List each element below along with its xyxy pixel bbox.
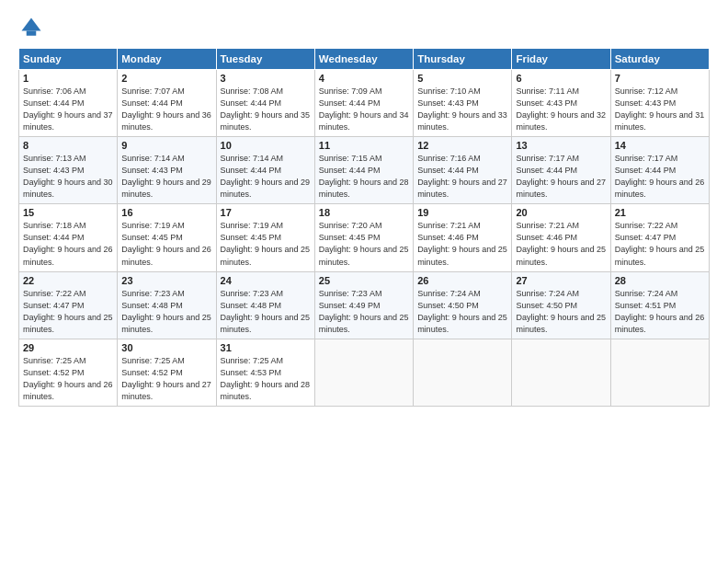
svg-marker-0	[22, 18, 41, 31]
day-info: Sunrise: 7:22 AMSunset: 4:47 PMDaylight:…	[23, 288, 113, 336]
calendar-cell: 7Sunrise: 7:12 AMSunset: 4:43 PMDaylight…	[610, 70, 709, 137]
day-info: Sunrise: 7:16 AMSunset: 4:44 PMDaylight:…	[417, 153, 507, 201]
day-info: Sunrise: 7:14 AMSunset: 4:44 PMDaylight:…	[221, 153, 311, 201]
day-info: Sunrise: 7:23 AMSunset: 4:48 PMDaylight:…	[221, 288, 311, 336]
col-header-saturday: Saturday	[610, 49, 709, 70]
day-info: Sunrise: 7:17 AMSunset: 4:44 PMDaylight:…	[615, 153, 705, 201]
day-info: Sunrise: 7:19 AMSunset: 4:45 PMDaylight:…	[221, 220, 311, 268]
calendar-cell: 21Sunrise: 7:22 AMSunset: 4:47 PMDayligh…	[610, 204, 709, 271]
day-number: 6	[516, 73, 606, 84]
day-number: 7	[615, 73, 705, 84]
day-info: Sunrise: 7:20 AMSunset: 4:45 PMDaylight:…	[319, 220, 409, 268]
day-info: Sunrise: 7:17 AMSunset: 4:44 PMDaylight:…	[516, 153, 606, 201]
day-info: Sunrise: 7:15 AMSunset: 4:44 PMDaylight:…	[319, 153, 409, 201]
day-number: 4	[319, 73, 409, 84]
calendar-cell: 28Sunrise: 7:24 AMSunset: 4:51 PMDayligh…	[610, 271, 709, 339]
calendar-cell: 8Sunrise: 7:13 AMSunset: 4:43 PMDaylight…	[19, 137, 118, 204]
calendar-cell: 29Sunrise: 7:25 AMSunset: 4:52 PMDayligh…	[19, 339, 118, 406]
calendar-cell: 11Sunrise: 7:15 AMSunset: 4:44 PMDayligh…	[314, 137, 413, 204]
day-info: Sunrise: 7:14 AMSunset: 4:43 PMDaylight:…	[121, 153, 211, 201]
calendar-cell: 13Sunrise: 7:17 AMSunset: 4:44 PMDayligh…	[512, 137, 610, 204]
day-number: 12	[417, 140, 507, 151]
day-number: 27	[516, 275, 606, 286]
calendar-week-row: 15Sunrise: 7:18 AMSunset: 4:44 PMDayligh…	[19, 204, 710, 271]
day-number: 2	[121, 73, 211, 84]
day-info: Sunrise: 7:23 AMSunset: 4:48 PMDaylight:…	[121, 288, 211, 336]
col-header-friday: Friday	[512, 49, 610, 70]
day-number: 3	[221, 73, 311, 84]
calendar-cell: 20Sunrise: 7:21 AMSunset: 4:46 PMDayligh…	[512, 204, 610, 271]
calendar-header-row: SundayMondayTuesdayWednesdayThursdayFrid…	[19, 49, 710, 70]
calendar-cell: 4Sunrise: 7:09 AMSunset: 4:44 PMDaylight…	[314, 70, 413, 137]
day-info: Sunrise: 7:19 AMSunset: 4:45 PMDaylight:…	[121, 220, 211, 268]
day-info: Sunrise: 7:09 AMSunset: 4:44 PMDaylight:…	[319, 86, 409, 133]
logo	[18, 15, 48, 40]
day-info: Sunrise: 7:12 AMSunset: 4:43 PMDaylight:…	[615, 86, 705, 133]
calendar-cell: 25Sunrise: 7:23 AMSunset: 4:49 PMDayligh…	[314, 271, 413, 339]
calendar-table: SundayMondayTuesdayWednesdayThursdayFrid…	[18, 48, 710, 407]
day-number: 22	[23, 275, 113, 286]
day-number: 31	[221, 342, 311, 353]
calendar-cell: 17Sunrise: 7:19 AMSunset: 4:45 PMDayligh…	[216, 204, 314, 271]
col-header-wednesday: Wednesday	[314, 49, 413, 70]
calendar-cell	[610, 339, 709, 406]
calendar-cell: 9Sunrise: 7:14 AMSunset: 4:43 PMDaylight…	[118, 137, 216, 204]
day-number: 1	[23, 73, 113, 84]
col-header-monday: Monday	[118, 49, 216, 70]
day-info: Sunrise: 7:18 AMSunset: 4:44 PMDaylight:…	[23, 220, 113, 268]
calendar-cell	[512, 339, 610, 406]
day-info: Sunrise: 7:21 AMSunset: 4:46 PMDaylight:…	[417, 220, 507, 268]
calendar-cell: 14Sunrise: 7:17 AMSunset: 4:44 PMDayligh…	[610, 137, 709, 204]
day-number: 21	[615, 207, 705, 218]
calendar-cell: 6Sunrise: 7:11 AMSunset: 4:43 PMDaylight…	[512, 70, 610, 137]
day-info: Sunrise: 7:25 AMSunset: 4:52 PMDaylight:…	[23, 355, 113, 403]
calendar-cell: 1Sunrise: 7:06 AMSunset: 4:44 PMDaylight…	[19, 70, 118, 137]
day-info: Sunrise: 7:24 AMSunset: 4:50 PMDaylight:…	[516, 288, 606, 336]
calendar-cell: 24Sunrise: 7:23 AMSunset: 4:48 PMDayligh…	[216, 271, 314, 339]
day-info: Sunrise: 7:24 AMSunset: 4:50 PMDaylight:…	[417, 288, 507, 336]
day-info: Sunrise: 7:25 AMSunset: 4:53 PMDaylight:…	[221, 355, 311, 403]
calendar-cell: 12Sunrise: 7:16 AMSunset: 4:44 PMDayligh…	[414, 137, 512, 204]
calendar-cell: 2Sunrise: 7:07 AMSunset: 4:44 PMDaylight…	[118, 70, 216, 137]
day-info: Sunrise: 7:11 AMSunset: 4:43 PMDaylight:…	[516, 86, 606, 133]
calendar-cell: 30Sunrise: 7:25 AMSunset: 4:52 PMDayligh…	[118, 339, 216, 406]
day-number: 13	[516, 140, 606, 151]
calendar-cell: 15Sunrise: 7:18 AMSunset: 4:44 PMDayligh…	[19, 204, 118, 271]
day-info: Sunrise: 7:10 AMSunset: 4:43 PMDaylight:…	[417, 86, 507, 133]
calendar-cell: 10Sunrise: 7:14 AMSunset: 4:44 PMDayligh…	[216, 137, 314, 204]
day-info: Sunrise: 7:07 AMSunset: 4:44 PMDaylight:…	[121, 86, 211, 133]
calendar-cell: 31Sunrise: 7:25 AMSunset: 4:53 PMDayligh…	[216, 339, 314, 406]
calendar-week-row: 29Sunrise: 7:25 AMSunset: 4:52 PMDayligh…	[19, 339, 710, 406]
calendar-week-row: 8Sunrise: 7:13 AMSunset: 4:43 PMDaylight…	[19, 137, 710, 204]
day-number: 16	[121, 207, 211, 218]
day-info: Sunrise: 7:08 AMSunset: 4:44 PMDaylight:…	[221, 86, 311, 133]
day-number: 30	[121, 342, 211, 353]
day-number: 26	[417, 275, 507, 286]
day-number: 29	[23, 342, 113, 353]
day-number: 18	[319, 207, 409, 218]
calendar-cell: 19Sunrise: 7:21 AMSunset: 4:46 PMDayligh…	[414, 204, 512, 271]
day-number: 11	[319, 140, 409, 151]
calendar-cell: 27Sunrise: 7:24 AMSunset: 4:50 PMDayligh…	[512, 271, 610, 339]
day-number: 17	[221, 207, 311, 218]
svg-rect-1	[27, 31, 37, 36]
day-info: Sunrise: 7:13 AMSunset: 4:43 PMDaylight:…	[23, 153, 113, 201]
day-info: Sunrise: 7:24 AMSunset: 4:51 PMDaylight:…	[615, 288, 705, 336]
day-number: 20	[516, 207, 606, 218]
calendar-week-row: 22Sunrise: 7:22 AMSunset: 4:47 PMDayligh…	[19, 271, 710, 339]
day-info: Sunrise: 7:21 AMSunset: 4:46 PMDaylight:…	[516, 220, 606, 268]
calendar-cell: 22Sunrise: 7:22 AMSunset: 4:47 PMDayligh…	[19, 271, 118, 339]
day-number: 8	[23, 140, 113, 151]
day-info: Sunrise: 7:22 AMSunset: 4:47 PMDaylight:…	[615, 220, 705, 268]
day-number: 28	[615, 275, 705, 286]
day-number: 9	[121, 140, 211, 151]
calendar-cell: 16Sunrise: 7:19 AMSunset: 4:45 PMDayligh…	[118, 204, 216, 271]
day-number: 23	[121, 275, 211, 286]
header	[18, 15, 710, 40]
calendar-cell: 23Sunrise: 7:23 AMSunset: 4:48 PMDayligh…	[118, 271, 216, 339]
day-info: Sunrise: 7:25 AMSunset: 4:52 PMDaylight:…	[121, 355, 211, 403]
calendar-week-row: 1Sunrise: 7:06 AMSunset: 4:44 PMDaylight…	[19, 70, 710, 137]
calendar-cell: 3Sunrise: 7:08 AMSunset: 4:44 PMDaylight…	[216, 70, 314, 137]
calendar-cell: 18Sunrise: 7:20 AMSunset: 4:45 PMDayligh…	[314, 204, 413, 271]
calendar-cell: 26Sunrise: 7:24 AMSunset: 4:50 PMDayligh…	[414, 271, 512, 339]
